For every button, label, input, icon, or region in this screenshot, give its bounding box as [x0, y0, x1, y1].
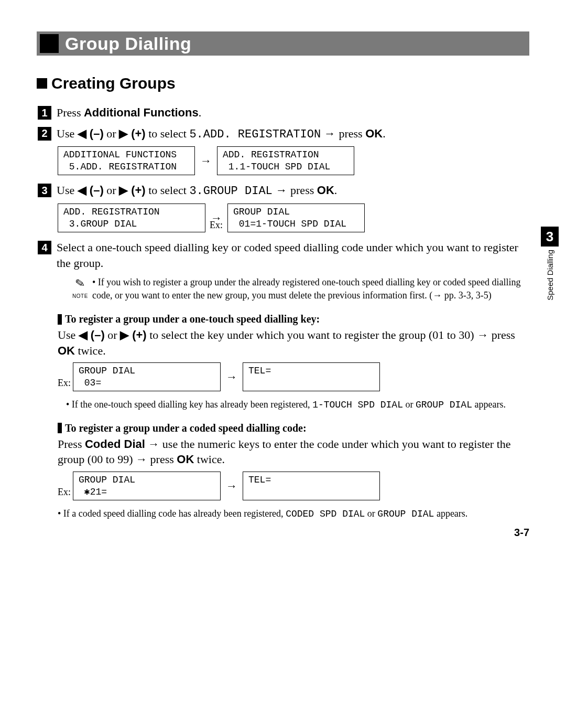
step-number-4: 4 [38, 241, 51, 254]
button-name: Coded Dial [85, 437, 145, 451]
chapter-number-badge: 3 [541, 227, 559, 247]
lcd-screen: ADD. REGISTRATION 3.GROUP DIAL [58, 204, 205, 232]
sub-a-footnote: • If the one-touch speed dialling key ha… [66, 399, 529, 411]
step-2: 2 Use ◀ (–) or ▶ (+) to select 5.ADD. RE… [38, 126, 529, 143]
chapter-label: Speed Dialling [546, 250, 554, 301]
right-arrow-icon: ▶ (+) [120, 327, 147, 343]
step-3-screens: ADD. REGISTRATION 3.GROUP DIAL →Ex: GROU… [58, 204, 529, 232]
text: Use [57, 184, 78, 197]
ok-button-name: OK [365, 127, 383, 140]
step-1: 1 Press Additional Functions. [38, 105, 529, 121]
lcd-line: ADDITIONAL FUNCTIONS [63, 149, 177, 160]
right-arrow-icon: ▶ (+) [119, 126, 146, 142]
section-title: Creating Groups [51, 74, 176, 92]
lcd-line [248, 487, 254, 497]
step-1-text: Press Additional Functions. [57, 105, 529, 121]
text: or [104, 127, 119, 140]
step-number-2: 2 [38, 127, 51, 141]
text: or [105, 328, 120, 341]
sub-b-footnote: • If a coded speed dialling code has alr… [58, 508, 529, 520]
text: • If you wish to register a group under … [92, 276, 529, 302]
menu-code: 5.ADD. REGISTRATION [189, 128, 321, 141]
lcd-line: GROUP DIAL [233, 207, 290, 217]
title-bar: Group Dialling [37, 31, 529, 56]
note-label: NOTE [68, 293, 92, 300]
menu-code: 3.GROUP DIAL [189, 185, 272, 198]
lcd-screen: TEL= [243, 362, 380, 391]
left-arrow-icon: ◀ (–) [78, 183, 104, 198]
section-bullet-icon [37, 78, 47, 89]
step-number-3: 3 [38, 184, 51, 197]
text: Press [57, 106, 84, 119]
step-4: 4 Select a one-touch speed dialling key … [38, 240, 529, 271]
text: appears. [434, 508, 467, 519]
arrow-icon: → [200, 154, 212, 168]
page-title: Group Dialling [65, 34, 191, 54]
pencil-icon: ✎ [74, 275, 86, 292]
lcd-line: GROUP DIAL [79, 366, 135, 376]
step-number-1: 1 [38, 106, 51, 120]
text: . [334, 184, 338, 197]
sub-b-screens: Ex: GROUP DIAL ✱21= → TEL= [58, 472, 529, 500]
step-2-screens: ADDITIONAL FUNCTIONS 5.ADD. REGISTRATION… [58, 146, 529, 175]
text: . [199, 106, 202, 119]
text: . [383, 127, 386, 140]
text: Use [58, 328, 79, 341]
example-label: Ex: [58, 487, 71, 498]
subhead-text: To register a group under a one-touch sp… [65, 313, 320, 325]
button-name: Additional Functions [84, 106, 199, 119]
sub-b-paragraph: Press Coded Dial → use the numeric keys … [58, 436, 529, 467]
lcd-line: TEL= [248, 366, 271, 376]
lcd-line: 1.1-TOUCH SPD DIAL [223, 162, 330, 172]
ok-button-name: OK [177, 453, 194, 466]
arrow-icon: → [273, 184, 290, 197]
arrow-icon: → [226, 479, 237, 493]
arrow-icon: → [321, 127, 339, 140]
left-arrow-icon: ◀ (–) [79, 327, 105, 343]
lcd-line: 03= [79, 378, 101, 388]
text: appears. [472, 399, 506, 410]
title-square-icon [40, 34, 59, 53]
code-text: GROUP DIAL [416, 400, 472, 410]
arrow-ex: →Ex: [211, 211, 222, 225]
lcd-screen: GROUP DIAL 03= [73, 362, 221, 391]
step-4-text: Select a one-touch speed dialling key or… [57, 240, 529, 271]
note-text: • If you wish to register a group under … [92, 276, 529, 303]
lcd-line: 5.ADD. REGISTRATION [63, 162, 177, 172]
lcd-screen: GROUP DIAL 01=1-TOUCH SPD DIAL [227, 204, 365, 232]
text: press [290, 184, 317, 197]
note-block: ✎ NOTE • If you wish to register a group… [68, 276, 529, 303]
text: to select [146, 184, 190, 197]
ok-button-name: OK [317, 184, 334, 197]
text: • If a coded speed dialling code has alr… [58, 508, 286, 519]
text: twice. [75, 344, 106, 357]
sub-heading-one-touch: To register a group under a one-touch sp… [58, 313, 529, 325]
text: Use [57, 127, 78, 140]
sub-a-paragraph: Use ◀ (–) or ▶ (+) to select the key und… [58, 327, 529, 358]
step-3-text: Use ◀ (–) or ▶ (+) to select 3.GROUP DIA… [57, 183, 529, 199]
text: or [365, 508, 377, 519]
step-3: 3 Use ◀ (–) or ▶ (+) to select 3.GROUP D… [38, 183, 529, 199]
lcd-line: 01=1-TOUCH SPD DIAL [233, 219, 346, 229]
code-text: GROUP DIAL [377, 509, 434, 519]
step-2-text: Use ◀ (–) or ▶ (+) to select 5.ADD. REGI… [57, 126, 529, 143]
lcd-line [248, 378, 254, 388]
text: Press [58, 437, 85, 451]
text: to select the key under which you want t… [147, 328, 515, 341]
example-label: Ex: [210, 220, 223, 231]
ok-button-name: OK [58, 344, 75, 357]
lcd-line: ADD. REGISTRATION [63, 207, 160, 217]
subhead-bar-icon [58, 423, 62, 433]
subhead-bar-icon [58, 314, 62, 325]
page-number: 3-7 [514, 527, 529, 539]
page: 3 Speed Dialling Group Dialling Creating… [0, 0, 566, 554]
lcd-line: TEL= [248, 475, 271, 485]
right-arrow-icon: ▶ (+) [119, 183, 146, 198]
code-text: CODED SPD DIAL [286, 509, 365, 519]
lcd-screen: ADD. REGISTRATION 1.1-TOUCH SPD DIAL [217, 146, 354, 175]
lcd-line: ADD. REGISTRATION [223, 149, 319, 160]
text: or [403, 399, 416, 410]
text: • If the one-touch speed dialling key ha… [66, 399, 312, 410]
lcd-line: 3.GROUP DIAL [63, 219, 137, 229]
sub-heading-coded: To register a group under a coded speed … [58, 422, 529, 434]
